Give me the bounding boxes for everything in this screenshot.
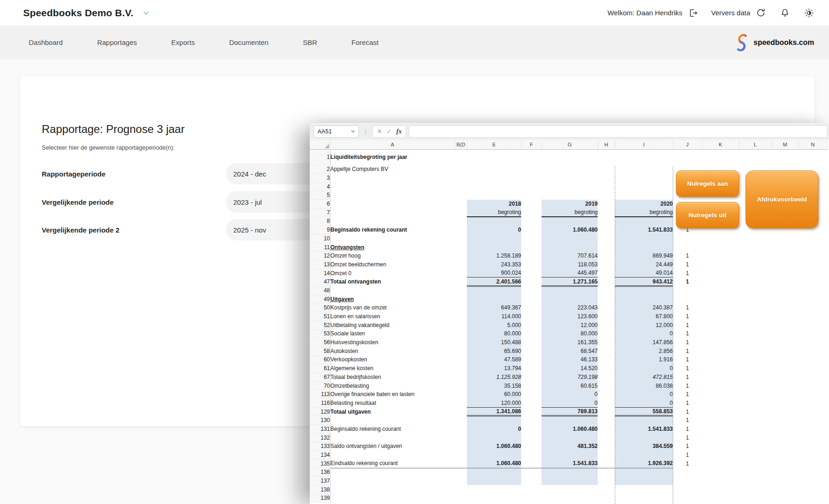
gap-cell[interactable] [455, 277, 467, 286]
empty-cell[interactable] [798, 390, 827, 399]
column-header-I[interactable]: I [615, 140, 673, 149]
empty-cell[interactable] [798, 477, 827, 485]
empty-cell[interactable] [798, 468, 827, 477]
gap-cell[interactable] [521, 494, 542, 503]
gap-cell[interactable] [521, 364, 542, 373]
value-cell-2020[interactable]: 240.387 [615, 303, 673, 312]
empty-cell[interactable] [772, 252, 798, 260]
row-number[interactable]: 1 [310, 149, 330, 165]
gap-cell[interactable] [598, 338, 615, 347]
value-cell-2019[interactable] [542, 433, 598, 442]
label-cell[interactable] [330, 477, 455, 485]
label-cell[interactable]: Algemene kosten [330, 364, 455, 373]
gap-cell[interactable] [598, 252, 615, 260]
gap-cell[interactable] [598, 390, 615, 399]
flag-cell[interactable]: 1 [673, 416, 702, 425]
value-cell-2020[interactable] [615, 191, 673, 200]
empty-cell[interactable] [739, 346, 772, 355]
gap-cell[interactable] [598, 182, 615, 191]
label-cell[interactable] [330, 217, 455, 226]
gap-cell[interactable] [521, 174, 542, 183]
label-cell[interactable]: Uitbetaling vakantiegeld [330, 321, 455, 329]
formula-bar-input[interactable] [409, 126, 827, 138]
value-cell-2019[interactable]: 123.600 [542, 312, 598, 321]
gap-cell[interactable] [521, 286, 542, 295]
gap-cell[interactable] [521, 149, 542, 165]
gap-cell[interactable] [455, 381, 467, 390]
value-cell-2020[interactable] [615, 295, 673, 303]
empty-cell[interactable] [772, 407, 798, 416]
row-number[interactable]: 9 [310, 226, 330, 234]
empty-cell[interactable] [798, 312, 827, 321]
gap-cell[interactable] [455, 399, 467, 408]
value-cell-2020[interactable]: 869.949 [615, 252, 673, 260]
column-header-A[interactable]: A [330, 140, 455, 149]
gap-cell[interactable] [521, 269, 542, 277]
flag-cell[interactable] [673, 295, 702, 303]
flag-cell[interactable] [673, 286, 702, 295]
column-header-F[interactable]: F [521, 140, 542, 149]
empty-cell[interactable] [798, 355, 827, 364]
gap-cell[interactable] [598, 217, 615, 226]
row-number[interactable]: 132 [310, 433, 330, 442]
label-cell[interactable]: Totaal ontvangsten [330, 277, 455, 286]
empty-cell[interactable] [702, 468, 739, 477]
row-number[interactable]: 47 [310, 277, 330, 286]
gap-cell[interactable] [598, 451, 615, 460]
value-cell-2019[interactable]: 161.355 [542, 338, 598, 347]
row-number[interactable]: 130 [310, 416, 330, 425]
gap-cell[interactable] [455, 226, 467, 234]
gap-cell[interactable] [521, 252, 542, 260]
value-cell-2019[interactable]: 729.198 [542, 373, 598, 382]
row-number[interactable]: 53 [310, 329, 330, 338]
gap-cell[interactable] [521, 381, 542, 390]
value-cell-2018[interactable] [467, 468, 521, 477]
empty-cell[interactable] [772, 338, 798, 347]
gap-cell[interactable] [598, 200, 615, 208]
value-cell-2018[interactable]: 0 [467, 425, 521, 434]
gap-cell[interactable] [455, 433, 467, 442]
gap-cell[interactable] [521, 442, 542, 451]
value-cell-2019[interactable]: 14.520 [542, 364, 598, 373]
gap-cell[interactable] [598, 442, 615, 451]
value-cell-2019[interactable] [542, 217, 598, 226]
row-number[interactable]: 48 [310, 286, 330, 295]
empty-cell[interactable] [702, 286, 739, 295]
row-number[interactable]: 136 [310, 468, 330, 477]
gap-cell[interactable] [598, 407, 615, 416]
value-cell-2019[interactable]: 223.043 [542, 303, 598, 312]
row-number[interactable]: 113 [310, 390, 330, 399]
empty-cell[interactable] [798, 277, 827, 286]
empty-cell[interactable] [798, 321, 827, 329]
value-cell-2019[interactable] [542, 295, 598, 303]
label-cell[interactable] [330, 286, 455, 295]
value-cell-2019[interactable]: 481.352 [542, 442, 598, 451]
value-cell-2018[interactable] [467, 165, 521, 174]
company-selector[interactable]: Speedbooks Demo B.V. [23, 0, 152, 25]
empty-cell[interactable] [798, 260, 827, 269]
empty-cell[interactable] [772, 416, 798, 425]
nulregels-aan-button[interactable]: Nulregels aan [676, 170, 739, 197]
value-cell-2019[interactable] [542, 234, 598, 243]
value-cell-2020[interactable] [615, 433, 673, 442]
value-cell-2018[interactable] [467, 494, 521, 503]
gap-cell[interactable] [521, 208, 542, 217]
value-cell-2018[interactable] [467, 234, 521, 243]
empty-cell[interactable] [739, 329, 772, 338]
empty-cell[interactable] [739, 442, 772, 451]
empty-cell[interactable] [772, 295, 798, 303]
row-number[interactable]: 52 [310, 321, 330, 329]
row-number[interactable]: 11 [310, 243, 330, 252]
empty-cell[interactable] [739, 381, 772, 390]
empty-cell[interactable] [772, 277, 798, 286]
flag-cell[interactable] [673, 234, 702, 243]
empty-cell[interactable] [702, 149, 739, 165]
empty-cell[interactable] [702, 381, 739, 390]
gap-cell[interactable] [598, 303, 615, 312]
empty-cell[interactable] [772, 485, 798, 494]
empty-cell[interactable] [739, 149, 772, 165]
refresh-data[interactable]: Ververs data [711, 7, 767, 19]
empty-cell[interactable] [702, 416, 739, 425]
empty-cell[interactable] [772, 260, 798, 269]
empty-cell[interactable] [772, 381, 798, 390]
